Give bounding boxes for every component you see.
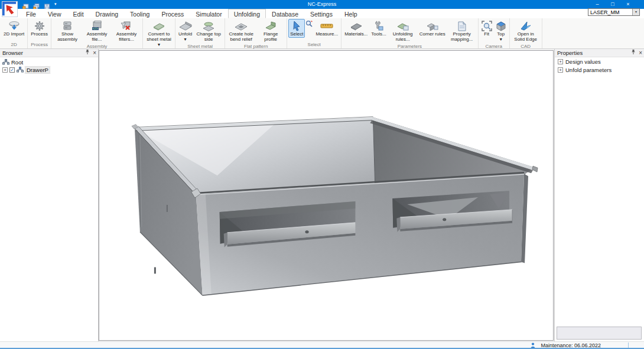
show-assembly-button[interactable]: Show assembly: [53, 19, 82, 43]
tab-tooling[interactable]: Tooling: [124, 9, 155, 18]
tools-icon: [373, 20, 384, 32]
property-mapping-icon: [458, 20, 466, 32]
process-gear-icon: [34, 20, 45, 32]
status-right: Maintenance: 06.06.2022: [531, 342, 642, 348]
tab-database[interactable]: Database: [266, 9, 304, 18]
button-label: Change top side: [196, 32, 222, 43]
materials-icon: [350, 20, 363, 32]
button-label: Corner rules: [419, 32, 445, 37]
flange-profile-button[interactable]: Flange profile: [256, 19, 285, 43]
tab-settings[interactable]: Settings: [304, 9, 339, 18]
properties-panel: Properties × +Design values+Unfold param…: [554, 49, 644, 341]
button-label: Create hole bend relief: [228, 32, 254, 43]
ribbon-group-label: Select: [288, 41, 340, 48]
expand-icon[interactable]: +: [2, 67, 8, 73]
browser-panel: Browser × Root+✓DrawerP: [0, 49, 99, 341]
minimize-button[interactable]: –: [590, 0, 605, 9]
hole-relief-icon: [235, 20, 248, 32]
button-label: Assembly filters...: [113, 32, 139, 43]
tree-item-drawerp[interactable]: +✓DrawerP: [0, 66, 98, 74]
zoom-selection-button[interactable]: [305, 19, 314, 28]
unfold-icon: [179, 20, 192, 32]
tools-button[interactable]: Tools...: [369, 19, 388, 38]
2d-import-button[interactable]: 2D Import: [2, 19, 26, 38]
pin-icon[interactable]: [631, 50, 636, 56]
drawer-3d-model[interactable]: [99, 51, 553, 340]
properties-detail-box: [557, 327, 642, 340]
camera-fit-icon: [482, 20, 492, 32]
assembly-filters-icon: [121, 20, 132, 32]
close-panel-icon[interactable]: ×: [93, 50, 96, 56]
top-button[interactable]: Top▾: [494, 19, 508, 43]
convert-to-sheet-metal-button[interactable]: Convert to sheet metal▾: [144, 19, 174, 48]
tab-process[interactable]: Process: [155, 9, 190, 18]
tree-item-label[interactable]: DrawerP: [25, 67, 50, 73]
open-in-solid-edge-button[interactable]: Open in Solid Edge: [511, 19, 541, 43]
left-face-slot: [154, 268, 156, 274]
tab-simulator[interactable]: Simulator: [190, 9, 227, 18]
property-mapping-button[interactable]: Property mapping...: [447, 19, 477, 43]
button-label: Property mapping...: [449, 32, 475, 43]
properties-list: +Design values+Unfold parameters: [555, 57, 644, 74]
select-cursor-icon: [292, 20, 301, 32]
property-group-design-values[interactable]: +Design values: [555, 57, 644, 66]
unfolding-rules-button[interactable]: Unfolding rules...: [388, 19, 418, 43]
tab-view[interactable]: View: [42, 9, 67, 18]
change-top-icon: [202, 20, 215, 32]
tab-file[interactable]: File: [20, 9, 42, 18]
tab-unfolding[interactable]: Unfolding: [228, 9, 266, 18]
button-label: Convert to sheet metal: [146, 32, 172, 43]
close-panel-icon[interactable]: ×: [639, 50, 642, 56]
chevron-down-icon: ▾: [500, 37, 502, 43]
browser-tree: Root+✓DrawerP: [0, 57, 98, 74]
chevron-down-icon: ▾: [158, 43, 160, 48]
maximize-button[interactable]: □: [605, 0, 620, 9]
main-area: Browser × Root+✓DrawerP: [0, 49, 644, 341]
ribbon-group-parameters: Materials...Tools...Unfolding rules...Co…: [341, 18, 478, 48]
rim-corner-tab: [532, 166, 538, 172]
tab-drawing[interactable]: Drawing: [90, 9, 125, 18]
status-separator: [628, 343, 629, 348]
camera-top-icon: [496, 20, 506, 32]
process-button[interactable]: Process: [29, 19, 50, 38]
profile-select[interactable]: LASER_MM ▾: [588, 8, 640, 16]
tab-edit[interactable]: Edit: [67, 9, 90, 18]
corner-rules-button[interactable]: Corner rules: [418, 19, 447, 38]
button-label: 2D Import: [4, 32, 24, 37]
window-title: NC-Express: [0, 0, 644, 9]
unfolding-rules-icon: [397, 20, 409, 32]
browser-panel-title: Browser: [2, 50, 23, 56]
chevron-down-icon[interactable]: ▾: [632, 9, 639, 15]
visibility-checkbox[interactable]: ✓: [9, 67, 15, 73]
expand-icon[interactable]: +: [558, 67, 563, 73]
ribbon-toolbar: 2D Import2DProcessProcessShow assembly</…: [0, 18, 644, 49]
create-hole-bend-relief-button[interactable]: Create hole bend relief: [226, 19, 256, 43]
materials-button[interactable]: Materials...: [343, 19, 369, 38]
unfold-button[interactable]: Unfold▾: [177, 19, 194, 43]
window-controls: – □ ×: [590, 0, 636, 9]
button-label: Assembly file...: [84, 32, 110, 43]
tree-item-root[interactable]: Root: [0, 58, 98, 66]
assembly-file-button[interactable]: </>Assembly file...: [82, 19, 112, 43]
button-label: Measure...: [316, 32, 338, 37]
pin-icon[interactable]: [85, 50, 90, 56]
change-top-side-button[interactable]: Change top side: [194, 19, 223, 43]
button-label: Select: [290, 32, 303, 37]
ribbon-group-select: SelectMeasure...Select: [287, 18, 341, 48]
tab-help[interactable]: Help: [339, 9, 363, 18]
solid-edge-icon: [520, 20, 532, 32]
assembly-filters-button[interactable]: Assembly filters...: [112, 19, 141, 43]
app-logo-icon[interactable]: [2, 1, 18, 17]
3d-viewport[interactable]: [99, 50, 554, 341]
close-button[interactable]: ×: [620, 0, 636, 9]
button-label: Open in Solid Edge: [513, 32, 539, 43]
ribbon-group-sheet-metal: Unfold▾Change top sideSheet metal: [175, 18, 225, 48]
tree-item-label[interactable]: Root: [11, 59, 23, 66]
property-group-unfold-parameters[interactable]: +Unfold parameters: [555, 66, 644, 74]
expand-icon[interactable]: +: [558, 59, 563, 64]
measure-button[interactable]: Measure...: [314, 19, 340, 38]
fit-button[interactable]: Fit: [480, 19, 494, 38]
ribbon-group-label: Process: [29, 41, 50, 48]
ribbon-group-part: Convert to sheet metal▾Part: [143, 18, 175, 48]
select-button[interactable]: Select: [288, 19, 305, 38]
